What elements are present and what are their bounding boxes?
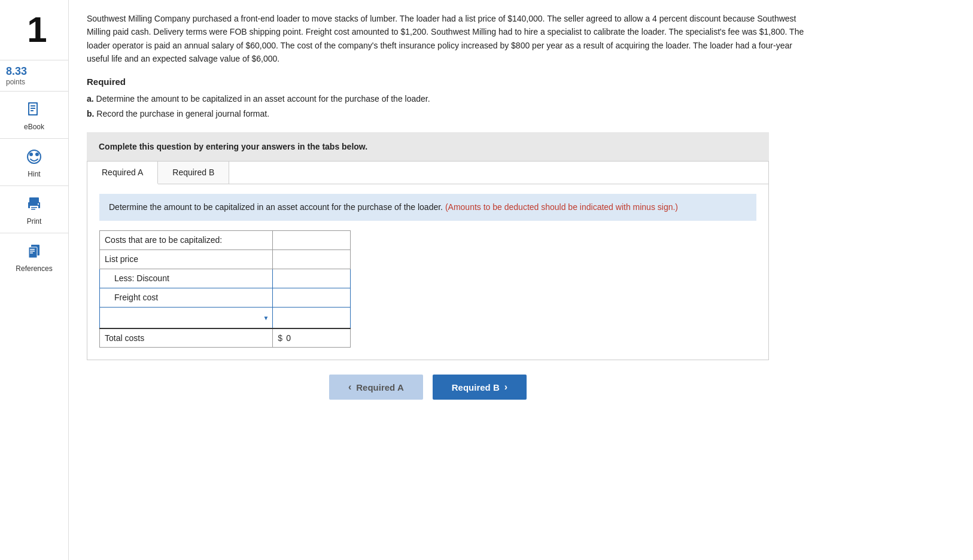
main-content: Southwest Milling Company purchased a fr… bbox=[69, 0, 973, 560]
svg-rect-17 bbox=[30, 251, 35, 252]
copy-icon bbox=[23, 241, 45, 262]
freight-cost-label: Freight cost bbox=[100, 288, 273, 307]
svg-rect-3 bbox=[31, 108, 35, 109]
question-number: 1 bbox=[0, 6, 68, 54]
required-heading: Required bbox=[87, 77, 955, 87]
sidebar-label-print: Print bbox=[27, 217, 42, 226]
sidebar-item-references[interactable]: References bbox=[0, 233, 68, 280]
bottom-nav: ‹ Required A Required B › bbox=[87, 375, 769, 400]
svg-point-13 bbox=[38, 203, 39, 205]
table-header-label: Costs that are to be capitalized: bbox=[100, 230, 273, 249]
svg-rect-4 bbox=[31, 110, 34, 111]
book-icon bbox=[23, 99, 45, 120]
sidebar-item-hint[interactable]: Hint bbox=[0, 138, 68, 185]
hint-icon bbox=[23, 146, 45, 168]
tabs-container: Required A Required B Determine the amou… bbox=[87, 161, 769, 361]
svg-rect-16 bbox=[30, 249, 35, 250]
total-value: 0 bbox=[286, 333, 291, 343]
red-note: (Amounts to be deducted should be indica… bbox=[445, 202, 678, 212]
total-label: Total costs bbox=[100, 328, 273, 348]
sidebar: 1 8.33 points eBook Hint bbox=[0, 0, 69, 560]
prev-button[interactable]: ‹ Required A bbox=[329, 375, 423, 400]
dollar-sign: $ bbox=[278, 333, 282, 343]
table-row: Freight cost bbox=[100, 288, 351, 307]
next-button-label: Required B bbox=[452, 382, 500, 392]
sidebar-label-hint: Hint bbox=[28, 170, 40, 178]
dropdown-value-input[interactable] bbox=[273, 308, 350, 328]
sidebar-item-print[interactable]: Print bbox=[0, 185, 68, 233]
freight-cost-input[interactable] bbox=[273, 288, 350, 307]
discount-label: Less: Discount bbox=[100, 269, 273, 288]
print-icon bbox=[23, 193, 45, 215]
table-row: Less: Discount bbox=[100, 269, 351, 288]
points-box: 8.33 points bbox=[0, 60, 68, 91]
dropdown-value-cell[interactable] bbox=[273, 307, 351, 328]
table-header-input-cell bbox=[273, 230, 351, 249]
points-label: points bbox=[6, 78, 62, 86]
svg-rect-11 bbox=[31, 207, 37, 208]
table-row-dropdown: ▼ bbox=[100, 307, 351, 328]
tabs-header: Required A Required B bbox=[87, 162, 768, 184]
tab-required-b[interactable]: Required B bbox=[158, 162, 229, 184]
sidebar-label-references: References bbox=[16, 264, 52, 273]
dropdown-label-cell[interactable]: ▼ bbox=[100, 307, 273, 328]
sidebar-item-ebook[interactable]: eBook bbox=[0, 91, 68, 138]
svg-point-6 bbox=[29, 153, 33, 156]
svg-rect-18 bbox=[30, 252, 33, 254]
svg-rect-15 bbox=[29, 247, 37, 258]
problem-text: Southwest Milling Company purchased a fr… bbox=[87, 12, 805, 66]
required-b-label: b. Record the purchase in general journa… bbox=[87, 106, 955, 121]
sidebar-label-ebook: eBook bbox=[24, 123, 44, 131]
required-a-label: a. Determine the amount to be capitalize… bbox=[87, 92, 955, 106]
dropdown-label-input[interactable] bbox=[114, 311, 267, 325]
tab-instruction: Determine the amount to be capitalized i… bbox=[99, 194, 756, 221]
prev-arrow-icon: ‹ bbox=[348, 382, 351, 392]
table-header-row: Costs that are to be capitalized: bbox=[100, 230, 351, 249]
discount-input[interactable] bbox=[273, 269, 350, 288]
points-value: 8.33 bbox=[6, 65, 62, 78]
tab-required-a[interactable]: Required A bbox=[87, 162, 158, 184]
next-arrow-icon: › bbox=[504, 382, 507, 392]
list-price-input-cell[interactable] bbox=[273, 249, 351, 269]
list-price-label: List price bbox=[100, 249, 273, 269]
svg-point-7 bbox=[35, 153, 39, 156]
instruction-box: Complete this question by entering your … bbox=[87, 132, 769, 161]
freight-cost-input-cell[interactable] bbox=[273, 288, 351, 307]
tab-a-content: Determine the amount to be capitalized i… bbox=[87, 184, 768, 360]
required-list: a. Determine the amount to be capitalize… bbox=[87, 92, 955, 121]
svg-rect-2 bbox=[31, 105, 35, 106]
prev-button-label: Required A bbox=[356, 382, 403, 392]
total-value-cell: $ 0 bbox=[273, 328, 351, 348]
svg-rect-10 bbox=[30, 206, 38, 211]
total-row: Total costs $ 0 bbox=[100, 328, 351, 348]
costs-table: Costs that are to be capitalized: List p… bbox=[99, 230, 351, 348]
next-button[interactable]: Required B › bbox=[433, 375, 527, 400]
discount-input-cell[interactable] bbox=[273, 269, 351, 288]
table-row: List price bbox=[100, 249, 351, 269]
list-price-input[interactable] bbox=[273, 250, 350, 269]
svg-rect-12 bbox=[31, 209, 35, 210]
